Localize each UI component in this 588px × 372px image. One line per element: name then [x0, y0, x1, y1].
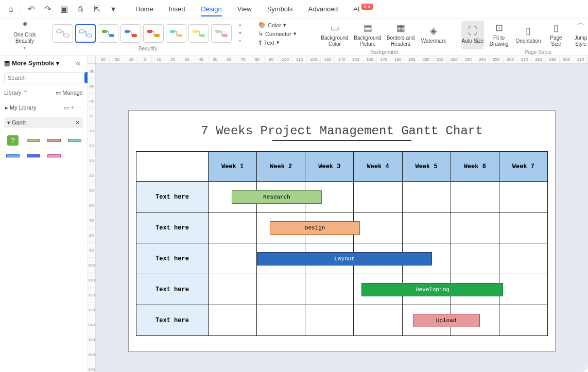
svg-rect-10 [170, 30, 175, 33]
print-icon[interactable]: ⎙ [74, 3, 87, 16]
gantt-table[interactable]: Week 1 Week 2 Week 3 Week 4 Week 5 Week … [136, 151, 548, 336]
shape-bar-red[interactable] [45, 134, 63, 147]
bar-upload[interactable]: Upload [413, 314, 480, 327]
week-header[interactable]: Week 2 [257, 152, 305, 182]
connector-menu-button[interactable]: ↳Connector ▾ [255, 29, 307, 38]
tab-home[interactable]: Home [128, 2, 161, 16]
theme-expand-icon[interactable]: ≡ [237, 39, 243, 45]
week-header[interactable]: Week 3 [305, 152, 354, 182]
tab-design[interactable]: Design [194, 2, 229, 16]
bar-layout[interactable]: Layout [257, 252, 432, 265]
theme-preset-3[interactable] [98, 24, 118, 43]
theme-preset-4[interactable] [120, 24, 141, 43]
shape-help[interactable]: ? [4, 134, 22, 147]
connector-icon: ↳ [258, 30, 263, 37]
orientation-button[interactable]: ▯Orientation [514, 21, 543, 49]
svg-rect-15 [222, 34, 228, 37]
category-gantt-header[interactable]: ▾ Gantt ✕ [4, 117, 83, 128]
tab-view[interactable]: View [230, 2, 259, 16]
svg-rect-2 [79, 30, 84, 33]
home-icon[interactable]: ⌂ [4, 3, 18, 16]
background-picture-button[interactable]: ▤Background Picture [352, 21, 383, 49]
gantt-row[interactable]: Text here Layout [136, 243, 548, 274]
task-label[interactable]: Text here [136, 182, 209, 212]
shape-bar-blue-1[interactable] [4, 150, 22, 162]
background-color-icon: ▭ [331, 23, 339, 34]
gantt-row[interactable]: Text here Design [136, 212, 548, 243]
tab-advanced[interactable]: Advanced [301, 2, 345, 16]
canvas[interactable]: 7 Weeks Project Management Gantt Chart W… [96, 64, 588, 372]
add-icon[interactable]: + [71, 104, 74, 111]
week-header[interactable]: Week 5 [402, 152, 451, 182]
my-library-item[interactable]: ▸ My Library ▭ + ⋯ [4, 102, 83, 113]
svg-rect-13 [200, 34, 205, 37]
more-icon[interactable]: ⋯ [76, 104, 82, 111]
ribbon-group-background-label: Background [370, 49, 397, 55]
theme-scroll-up-icon[interactable]: ▴ [237, 22, 243, 28]
task-label[interactable]: Text here [136, 274, 209, 305]
redo-icon[interactable]: ↷ [41, 3, 54, 16]
jump-style-button[interactable]: ⌒Jump Style [569, 21, 588, 49]
library-label: Library ⌃ [4, 90, 28, 96]
shape-bar-pink[interactable] [45, 150, 63, 162]
text-menu-button[interactable]: TText ▾ [255, 38, 307, 47]
svg-rect-1 [64, 34, 69, 37]
theme-preset-2[interactable] [75, 24, 96, 43]
undo-icon[interactable]: ↶ [24, 3, 38, 16]
color-menu-button[interactable]: 🎨Color ▾ [255, 21, 307, 29]
new-folder-icon[interactable]: ▭ [64, 104, 69, 111]
shape-bar-green[interactable] [25, 134, 42, 147]
tab-insert[interactable]: Insert [162, 2, 193, 16]
background-color-button[interactable]: ▭Background Color [319, 21, 350, 49]
watermark-button[interactable]: ◈Watermark [418, 21, 449, 49]
theme-preset-1[interactable] [53, 24, 73, 43]
tab-ai[interactable]: AIhot [346, 2, 380, 16]
svg-rect-3 [87, 34, 92, 37]
text-icon: T [258, 40, 262, 46]
week-header[interactable]: Week 7 [499, 152, 547, 182]
task-label[interactable]: Text here [136, 243, 209, 274]
bar-research[interactable]: Research [232, 190, 322, 204]
svg-rect-14 [215, 30, 220, 33]
bar-design[interactable]: Design [270, 221, 360, 235]
svg-rect-6 [125, 30, 130, 33]
borders-headers-button[interactable]: ▦Borders and Headers [385, 21, 416, 49]
theme-preset-5[interactable] [143, 24, 164, 43]
fit-to-drawing-button[interactable]: ⊡Fit to Drawing [486, 21, 512, 49]
page-size-button[interactable]: ▯Page Size [545, 21, 567, 49]
hot-badge: hot [361, 4, 373, 10]
week-header[interactable]: Week 4 [354, 152, 402, 182]
drawing-page[interactable]: 7 Weeks Project Management Gantt Chart W… [128, 110, 556, 352]
svg-rect-12 [193, 30, 198, 33]
bar-developing[interactable]: Developing [361, 283, 503, 296]
week-header[interactable]: Week 1 [209, 152, 257, 182]
manage-link[interactable]: ▭ Manage [56, 90, 83, 96]
picture-icon: ▤ [364, 23, 372, 34]
task-label[interactable]: Text here [136, 212, 209, 243]
shape-bar-teal[interactable] [66, 134, 83, 147]
theme-preset-7[interactable] [188, 24, 209, 43]
gantt-row[interactable]: Text here Upload [136, 305, 548, 336]
jump-icon: ⌒ [576, 23, 585, 34]
sidebar-title[interactable]: ▤More Symbols ▾ [4, 60, 59, 67]
tab-symbols[interactable]: Symbols [260, 2, 300, 16]
quickaccess-more-icon[interactable]: ▾ [107, 3, 120, 16]
svg-rect-9 [154, 34, 160, 37]
one-click-beautify-button[interactable]: ✦ One Click Beautify ▾ [9, 21, 40, 49]
chart-title[interactable]: 7 Weeks Project Management Gantt Chart [136, 124, 548, 138]
shape-bar-blue-2[interactable] [25, 150, 42, 162]
theme-preset-6[interactable] [166, 24, 186, 43]
search-input[interactable] [4, 72, 82, 83]
save-icon[interactable]: ▣ [57, 3, 71, 16]
auto-size-button[interactable]: ⛶Auto Size [461, 21, 484, 49]
close-category-icon[interactable]: ✕ [75, 119, 80, 126]
gantt-row[interactable]: Text here Research [136, 182, 548, 212]
svg-rect-0 [57, 30, 62, 33]
theme-preset-8[interactable] [211, 24, 232, 43]
gantt-row[interactable]: Text here Developing [136, 274, 548, 305]
theme-scroll-down-icon[interactable]: ▾ [237, 30, 243, 37]
export-icon[interactable]: ⇱ [90, 3, 103, 16]
collapse-sidebar-icon[interactable]: « [74, 59, 83, 68]
task-label[interactable]: Text here [136, 305, 209, 336]
week-header[interactable]: Week 6 [451, 152, 499, 182]
